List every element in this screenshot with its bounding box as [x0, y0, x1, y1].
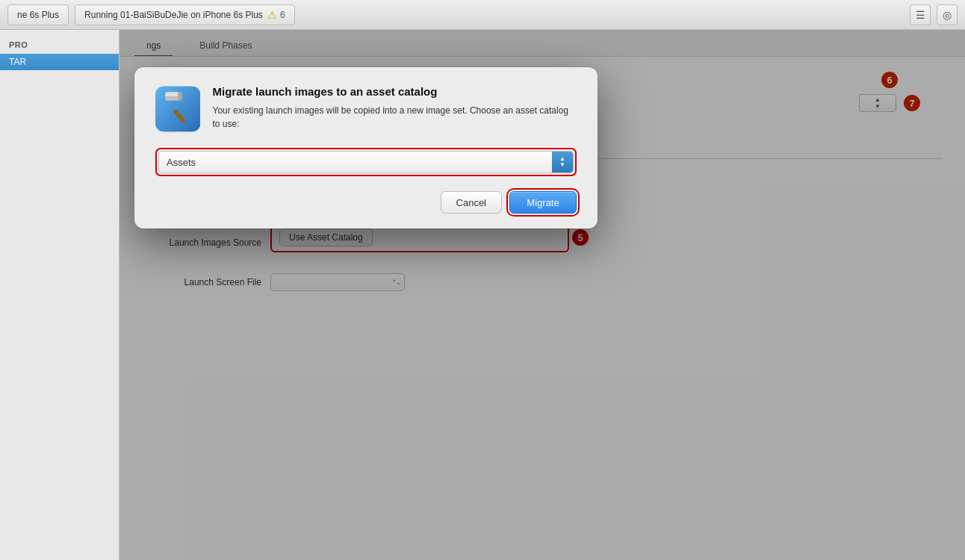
svg-rect-5	[178, 92, 182, 100]
sidebar-pro-label: PRO	[0, 36, 119, 54]
modal-select-row: Assets ▲ ▼	[155, 148, 577, 176]
content-panel: ngs Build Phases 6 ▲ ▼ 7	[120, 30, 965, 560]
warning-icon: ⚠	[267, 9, 277, 21]
circle-button[interactable]: ◎	[937, 4, 958, 25]
modal-title: Migrate launch images to an asset catalo…	[212, 85, 577, 98]
lines-button[interactable]: ☰	[910, 4, 931, 25]
modal-description: Your existing launch images will be copi…	[212, 104, 577, 131]
modal-select-wrapper: Assets ▲ ▼	[155, 148, 577, 176]
top-bar: ne 6s Plus Running 01-BaiSiBuDeJie on iP…	[0, 0, 965, 30]
sidebar-tar-item[interactable]: TAR	[0, 54, 119, 70]
tab-running-label: Running 01-BaiSiBuDeJie on iPhone 6s Plu…	[84, 10, 263, 20]
modal-header: Migrate launch images to an asset catalo…	[155, 85, 577, 133]
warning-group: ⚠ 6	[267, 9, 285, 21]
svg-rect-4	[165, 92, 179, 96]
tab-device[interactable]: ne 6s Plus	[7, 4, 69, 25]
xcode-icon	[155, 85, 200, 133]
modal-overlay: Migrate launch images to an asset catalo…	[120, 30, 965, 560]
modal-select-container: Assets ▲ ▼	[158, 151, 574, 173]
main-area: PRO TAR ngs Build Phases 6	[0, 30, 965, 560]
select-stepper[interactable]: ▲ ▼	[552, 152, 573, 172]
sidebar: PRO TAR	[0, 30, 120, 560]
modal-text: Migrate launch images to an asset catalo…	[212, 85, 577, 131]
tab-device-label: ne 6s Plus	[17, 10, 59, 20]
warning-count: 6	[280, 10, 285, 20]
circle-icon: ◎	[943, 9, 952, 21]
cancel-button[interactable]: Cancel	[441, 191, 502, 214]
tab-running[interactable]: Running 01-BaiSiBuDeJie on iPhone 6s Plu…	[75, 4, 295, 25]
asset-catalog-select[interactable]: Assets	[158, 151, 574, 173]
stepper-down-icon: ▼	[559, 162, 565, 168]
top-bar-right: ☰ ◎	[910, 4, 958, 25]
lines-icon: ☰	[916, 9, 925, 21]
modal-dialog: Migrate launch images to an asset catalo…	[134, 67, 598, 228]
modal-buttons: Cancel Migrate	[155, 191, 577, 214]
migrate-button[interactable]: Migrate	[509, 191, 577, 214]
